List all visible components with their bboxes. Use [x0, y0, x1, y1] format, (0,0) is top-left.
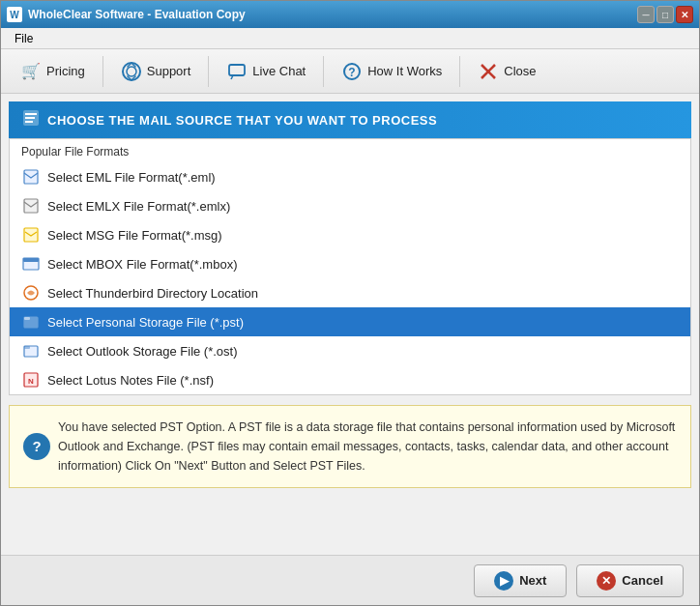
- svg-rect-22: [24, 317, 30, 320]
- emlx-icon: [22, 197, 40, 215]
- how-it-works-button[interactable]: ? How It Works: [330, 53, 453, 90]
- svg-rect-14: [25, 121, 33, 123]
- main-window: W WholeClear Software - Evaluation Copy …: [0, 0, 700, 606]
- pst-label: Select Personal Storage File (*.pst): [47, 315, 244, 330]
- msg-icon: [22, 226, 40, 244]
- list-item-thunderbird[interactable]: Select Thunderbird Directory Location: [10, 278, 690, 307]
- close-toolbar-button[interactable]: Close: [466, 53, 547, 90]
- next-icon: ▶: [494, 571, 513, 591]
- pricing-icon: 🛒: [20, 61, 42, 82]
- svg-point-0: [123, 63, 140, 80]
- file-format-list: Popular File Formats Select EML File For…: [9, 138, 691, 395]
- list-item-nsf[interactable]: N Select Lotus Notes File (*.nsf): [10, 365, 690, 394]
- list-item-eml[interactable]: Select EML File Format(*.eml): [10, 162, 690, 191]
- support-icon: [121, 61, 142, 82]
- eml-label: Select EML File Format(*.eml): [47, 170, 216, 185]
- menu-file[interactable]: File: [9, 30, 39, 47]
- thunderbird-label: Select Thunderbird Directory Location: [47, 286, 258, 301]
- svg-rect-16: [24, 199, 38, 213]
- list-group-label: Popular File Formats: [10, 139, 690, 162]
- ost-icon: [22, 342, 40, 360]
- svg-rect-12: [25, 113, 37, 115]
- title-controls: ─ □ ✕: [637, 6, 693, 23]
- maximize-button[interactable]: □: [656, 6, 674, 23]
- next-button[interactable]: ▶ Next: [474, 564, 567, 597]
- title-bar: W WholeClear Software - Evaluation Copy …: [1, 1, 699, 28]
- window-title: WholeClear Software - Evaluation Copy: [28, 8, 246, 21]
- svg-text:?: ?: [349, 66, 356, 79]
- how-it-works-icon: ?: [341, 61, 363, 82]
- list-item-msg[interactable]: Select MSG File Format(*.msg): [10, 220, 690, 249]
- live-chat-button[interactable]: Live Chat: [215, 53, 317, 90]
- toolbar: 🛒 Pricing Support: [1, 49, 699, 94]
- cancel-icon: ✕: [597, 571, 616, 591]
- emlx-label: Select EMLX File Format(*.emlx): [47, 199, 230, 214]
- pst-icon: [22, 313, 40, 331]
- close-toolbar-icon: [478, 61, 499, 82]
- ost-label: Select Outlook Storage File (*.ost): [47, 344, 238, 359]
- minimize-button[interactable]: ─: [637, 6, 655, 23]
- section-header-text: CHOOSE THE MAIL SOURCE THAT YOU WANT TO …: [47, 113, 437, 128]
- list-item-ost[interactable]: Select Outlook Storage File (*.ost): [10, 336, 690, 365]
- list-item-mbox[interactable]: Select MBOX File Format(*.mbox): [10, 249, 690, 278]
- pricing-button[interactable]: 🛒 Pricing: [9, 53, 97, 90]
- toolbar-sep-2: [208, 56, 209, 87]
- mbox-label: Select MBOX File Format(*.mbox): [47, 257, 238, 272]
- nsf-icon: N: [22, 371, 40, 389]
- svg-rect-6: [229, 65, 245, 75]
- toolbar-sep-4: [459, 56, 460, 87]
- info-box: ? You have selected PST Option. A PST fi…: [9, 405, 691, 488]
- list-item-emlx[interactable]: Select EMLX File Format(*.emlx): [10, 191, 690, 220]
- svg-rect-19: [23, 258, 39, 262]
- svg-rect-15: [24, 170, 38, 184]
- support-button[interactable]: Support: [109, 53, 203, 90]
- next-label: Next: [519, 573, 546, 588]
- svg-text:N: N: [28, 377, 34, 386]
- toolbar-sep-1: [102, 56, 103, 87]
- footer: ▶ Next ✕ Cancel: [1, 555, 699, 605]
- thunderbird-icon: [22, 284, 40, 302]
- app-icon: W: [7, 7, 22, 22]
- svg-point-1: [127, 67, 136, 76]
- svg-rect-24: [24, 346, 30, 349]
- svg-rect-17: [24, 228, 38, 242]
- mbox-icon: [22, 255, 40, 273]
- svg-rect-13: [25, 117, 35, 119]
- cancel-label: Cancel: [622, 573, 663, 588]
- list-item-pst[interactable]: Select Personal Storage File (*.pst): [10, 307, 690, 336]
- title-bar-left: W WholeClear Software - Evaluation Copy: [7, 7, 246, 22]
- eml-icon: [22, 168, 40, 186]
- section-header-icon: [22, 109, 40, 130]
- window-close-button[interactable]: ✕: [676, 6, 693, 23]
- cancel-button[interactable]: ✕ Cancel: [576, 564, 684, 597]
- section-header: CHOOSE THE MAIL SOURCE THAT YOU WANT TO …: [9, 101, 691, 138]
- nsf-label: Select Lotus Notes File (*.nsf): [47, 373, 214, 388]
- main-content: CHOOSE THE MAIL SOURCE THAT YOU WANT TO …: [1, 94, 699, 555]
- toolbar-sep-3: [323, 56, 324, 87]
- menu-bar: File: [1, 28, 699, 49]
- msg-label: Select MSG File Format(*.msg): [47, 228, 222, 243]
- info-text: You have selected PST Option. A PST file…: [58, 420, 675, 473]
- info-icon: ?: [23, 433, 50, 460]
- live-chat-icon: [226, 61, 248, 82]
